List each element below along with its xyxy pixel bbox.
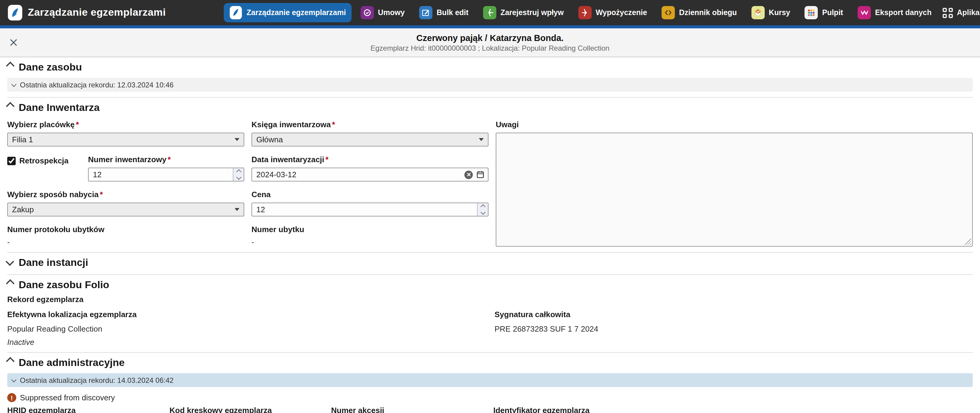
nav-label: Pulpit [822, 8, 843, 17]
record-pane-header: Czerwony pająk / Katarzyna Bonda. Egzemp… [0, 29, 980, 57]
nav-item-wypozyczenie[interactable]: Wypożyczenie [573, 3, 652, 22]
record-title: Czerwony pająk / Katarzyna Bonda. [417, 33, 563, 43]
check-in-icon [483, 6, 496, 19]
loss-number-value: - [251, 238, 488, 246]
clear-date-button[interactable] [465, 170, 473, 179]
inventory-book-select[interactable]: Główna [252, 133, 488, 146]
chevron-down-icon [5, 257, 14, 266]
dashboard-icon [805, 6, 818, 19]
field-label: Wybierz sposób nabycia* [7, 190, 244, 199]
calendar-icon[interactable] [476, 171, 484, 178]
nav-label: Zarejestruj wpływ [501, 8, 564, 17]
price-input[interactable] [252, 203, 477, 216]
field-label: Cena [251, 190, 488, 199]
inventory-date-input[interactable] [252, 168, 465, 181]
section-heading: Dane administracyjne [19, 357, 125, 369]
nav-item-eksport-danych[interactable]: Eksport danych [852, 3, 937, 22]
call-number-value: PRE 26873283 SUF 1 7 2024 [495, 324, 973, 334]
field-label: Uwagi [496, 120, 973, 129]
field-price: Cena [251, 190, 488, 216]
row-retro-invnum: Retrospekcja Numer inwentarzowy* [7, 155, 244, 181]
main-nav: Zarządzanie egzemplarzami Umowy Bulk edi… [224, 3, 937, 22]
retrospekcja-checkbox[interactable] [7, 156, 16, 165]
required-marker: * [332, 120, 335, 129]
field-label: Numer protokołu ubytków [7, 225, 244, 234]
app-title: Zarządzanie egzemplarzami [28, 6, 166, 19]
date-input-wrap [251, 168, 488, 181]
required-marker: * [325, 155, 328, 164]
accordion-dane-zasobu[interactable]: Dane zasobu [0, 62, 980, 73]
bulk-edit-icon [419, 6, 433, 19]
required-marker: * [100, 190, 103, 199]
field-label: Numer akcesji [331, 406, 493, 413]
chevron-up-icon [6, 279, 14, 288]
inventory-number-input-wrap [88, 168, 244, 181]
nav-label: Zarządzanie egzemplarzami [247, 8, 346, 17]
notes-textarea[interactable] [496, 133, 973, 246]
app-logo-icon [7, 5, 23, 21]
field-label: Księga inwentarzowa* [251, 120, 488, 129]
field-label: Retrospekcja [19, 156, 68, 165]
nav-item-zarzadzanie-egzemplarzami[interactable]: Zarządzanie egzemplarzami [224, 3, 351, 22]
inventory-book-select-wrap: Główna [251, 133, 488, 146]
admin-fields: HRID egzemplarza it00000000003 [0, 406, 980, 413]
section-dane-zasobu: Dane zasobu Ostatnia aktualizacja rekord… [0, 57, 980, 97]
nav-item-dziennik-obiegu[interactable]: Dziennik obiegu [656, 3, 742, 22]
chevron-up-icon [6, 102, 14, 110]
field-hrid: HRID egzemplarza it00000000003 [7, 406, 169, 413]
protocol-number-value: - [7, 238, 244, 246]
accordion-dane-inwentarza[interactable]: Dane Inwentarza [0, 102, 980, 114]
nav-item-pulpit[interactable]: Pulpit [799, 3, 848, 22]
field-inventory-number: Numer inwentarzowy* [88, 155, 244, 181]
number-stepper[interactable] [233, 168, 243, 181]
nav-label: Eksport danych [875, 8, 932, 17]
acquisition-select-wrap: Zakup [7, 203, 244, 216]
close-pane-button[interactable] [6, 35, 21, 49]
nav-item-bulk-edit[interactable]: Bulk edit [414, 3, 474, 22]
required-marker: * [76, 120, 79, 129]
field-branch: Wybierz placówkę* Filia 1 [7, 120, 244, 146]
branch-select-wrap: Filia 1 [7, 133, 244, 146]
acquisition-select[interactable]: Zakup [8, 203, 243, 216]
accordion-dane-zasobu-folio[interactable]: Dane zasobu Folio [0, 279, 980, 291]
suppressed-flag: ! Suppressed from discovery [0, 393, 980, 402]
app-brand[interactable]: Zarządzanie egzemplarzami [7, 5, 166, 21]
section-heading: Dane Inwentarza [19, 102, 100, 114]
inventory-form: Wybierz placówkę* Filia 1 Księga inwenta… [0, 120, 980, 246]
nav-label: Dziennik obiegu [679, 8, 737, 17]
field-acquisition: Wybierz sposób nabycia* Zakup [7, 190, 244, 216]
close-icon [10, 38, 17, 46]
folio-columns: Efektywna lokalizacja egzemplarza Popula… [0, 308, 980, 347]
field-label: Sygnatura całkowita [495, 310, 973, 319]
record-updated-text: Ostatnia aktualizacja rekordu: 12.03.202… [20, 81, 174, 89]
field-inventory-book: Księga inwentarzowa* Główna [251, 120, 488, 146]
field-label: Data inwentaryzacji* [251, 155, 488, 164]
effective-location-value: Popular Reading Collection [7, 324, 495, 334]
accordion-dane-instancji[interactable]: Dane instancji [0, 257, 980, 269]
branch-select[interactable]: Filia 1 [8, 133, 243, 146]
nav-item-umowy[interactable]: Umowy [355, 3, 410, 22]
app-window: Zarządzanie egzemplarzami Zarządzanie eg… [0, 0, 980, 413]
record-updated-bar[interactable]: Ostatnia aktualizacja rekordu: 12.03.202… [7, 78, 973, 92]
field-loss-number: Numer ubytku - [251, 225, 488, 246]
inventory-number-input[interactable] [89, 168, 233, 181]
accordion-dane-administracyjne[interactable]: Dane administracyjne [0, 357, 980, 369]
apps-menu-button[interactable]: Aplikacje [937, 5, 980, 21]
field-label: Numer ubytku [251, 225, 488, 234]
chevron-up-icon [6, 357, 14, 365]
nav-item-zarejestruj-wplyw[interactable]: Zarejestruj wpływ [478, 3, 569, 22]
chevron-down-icon [11, 82, 17, 87]
accent-strip [0, 25, 980, 29]
courses-icon [751, 6, 765, 19]
suppressed-text: Suppressed from discovery [20, 393, 115, 402]
effective-location-status: Inactive [7, 338, 495, 347]
field-label: Numer inwentarzowy* [88, 155, 244, 164]
record-subtitle: Egzemplarz Hrid: it00000000003 ; Lokaliz… [371, 44, 609, 52]
nav-item-kursy[interactable]: Kursy [746, 3, 796, 22]
number-stepper[interactable] [477, 203, 488, 216]
field-retrospekcja: Retrospekcja [7, 155, 88, 165]
record-updated-bar-admin[interactable]: Ostatnia aktualizacja rekordu: 14.03.202… [7, 373, 973, 387]
agreements-icon [360, 6, 374, 19]
section-dane-instancji: Dane instancji [0, 253, 980, 274]
field-barcode: Kod kreskowy egzemplarza 5000 [169, 406, 331, 413]
